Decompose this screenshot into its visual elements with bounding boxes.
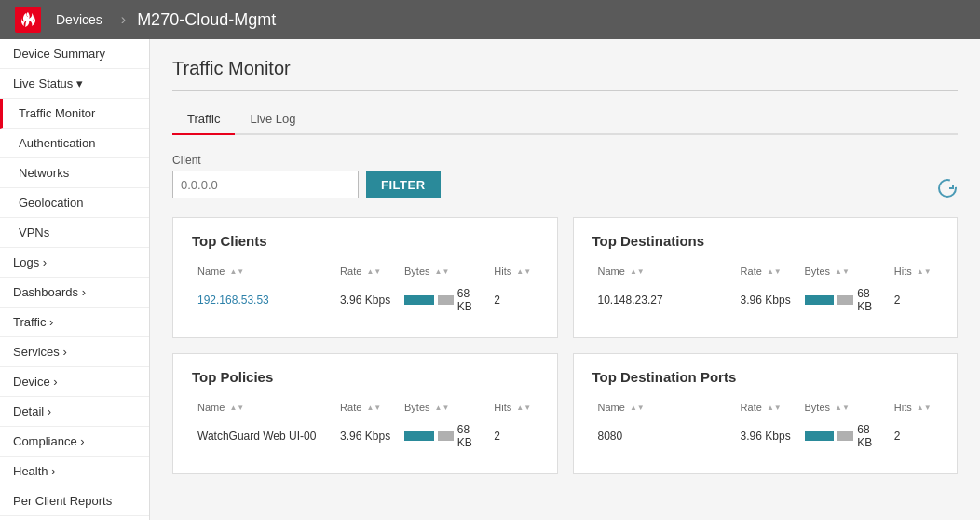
table-row: WatchGuard Web UI-00 3.96 Kbps 68 KB 2 <box>192 417 538 456</box>
cell-name: 8080 <box>592 417 735 456</box>
sidebar-item-vpns[interactable]: VPNs <box>0 218 149 248</box>
sort-arrows-rate[interactable]: ▲▼ <box>366 268 381 276</box>
sort-arrows-name[interactable]: ▲▼ <box>229 268 244 276</box>
th-bytes: Bytes ▲▼ <box>399 262 488 281</box>
app-logo[interactable] <box>15 7 41 33</box>
sidebar-item-services[interactable]: Services › <box>0 337 149 367</box>
th-bytes: Bytes ▲▼ <box>399 398 488 417</box>
table-row: 192.168.53.53 3.96 Kbps 68 KB 2 <box>192 281 538 320</box>
bar-teal <box>404 295 434 305</box>
client-filter-input[interactable] <box>172 171 359 198</box>
th-hits: Hits ▲▼ <box>488 398 538 417</box>
bar-teal <box>805 431 835 441</box>
cell-name: 10.148.23.27 <box>592 281 735 320</box>
sidebar-item-live-status[interactable]: Live Status ▾ <box>0 69 149 99</box>
th-bytes: Bytes ▲▼ <box>799 262 889 281</box>
cell-rate: 3.96 Kbps <box>735 417 799 456</box>
bar-gray <box>438 295 454 305</box>
cards-grid: Top Clients Name ▲▼ Rate ▲▼ Bytes ▲▼ Hit… <box>172 217 958 474</box>
tab-live-log[interactable]: Live Log <box>235 106 310 135</box>
th-rate: Rate ▲▼ <box>334 262 399 281</box>
refresh-button[interactable] <box>937 178 958 198</box>
fire-icon <box>19 10 37 29</box>
sidebar-item-traffic-monitor[interactable]: Traffic Monitor <box>0 99 149 129</box>
filter-button[interactable]: FILTER <box>366 171 441 198</box>
cell-bytes: 68 KB <box>399 281 488 320</box>
client-link[interactable]: 192.168.53.53 <box>197 294 269 307</box>
cell-rate: 3.96 Kbps <box>735 281 799 320</box>
page-title: Traffic Monitor <box>172 58 958 91</box>
cell-hits: 2 <box>488 417 538 456</box>
th-hits: Hits ▲▼ <box>488 262 538 281</box>
cell-name: 192.168.53.53 <box>192 281 334 320</box>
devices-label[interactable]: Devices <box>56 12 102 27</box>
cell-bytes: 68 KB <box>799 281 889 320</box>
bytes-bar: 68 KB <box>404 287 483 313</box>
refresh-icon <box>937 178 958 198</box>
sidebar-item-dashboards[interactable]: Dashboards › <box>0 278 149 308</box>
cell-rate: 3.96 Kbps <box>334 281 399 320</box>
tab-traffic[interactable]: Traffic <box>172 106 235 135</box>
th-hits: Hits ▲▼ <box>889 262 938 281</box>
sidebar-item-networks[interactable]: Networks <box>0 158 149 188</box>
card-top-clients-title: Top Clients <box>192 233 538 249</box>
table-row: 10.148.23.27 3.96 Kbps 68 KB 2 <box>592 281 939 320</box>
bar-gray <box>837 431 853 441</box>
app-header: Devices › M270-Cloud-Mgmt <box>0 0 980 39</box>
sidebar-item-per-client-reports[interactable]: Per Client Reports <box>0 486 149 516</box>
card-top-policies: Top Policies Name ▲▼ Rate ▲▼ Bytes ▲▼ Hi… <box>172 353 558 474</box>
table-row: 8080 3.96 Kbps 68 KB 2 <box>592 417 939 456</box>
main-layout: Device Summary Live Status ▾ Traffic Mon… <box>0 39 980 520</box>
cell-bytes: 68 KB <box>399 417 488 456</box>
th-name: Name ▲▼ <box>592 262 735 281</box>
bytes-bar: 68 KB <box>805 423 883 449</box>
device-name: M270-Cloud-Mgmt <box>137 10 276 30</box>
sidebar-item-detail[interactable]: Detail › <box>0 397 149 427</box>
th-name: Name ▲▼ <box>192 398 334 417</box>
sidebar-item-health[interactable]: Health › <box>0 457 149 486</box>
th-rate: Rate ▲▼ <box>735 398 799 417</box>
th-name: Name ▲▼ <box>192 262 334 281</box>
card-top-destinations: Top Destinations Name ▲▼ Rate ▲▼ Bytes ▲… <box>573 217 959 338</box>
sort-arrows-hits[interactable]: ▲▼ <box>516 268 531 276</box>
top-clients-table: Name ▲▼ Rate ▲▼ Bytes ▲▼ Hits ▲▼ 192.168… <box>192 262 538 319</box>
bar-gray <box>438 431 454 441</box>
sidebar-item-compliance[interactable]: Compliance › <box>0 427 149 457</box>
bar-teal <box>404 431 434 441</box>
sidebar: Device Summary Live Status ▾ Traffic Mon… <box>0 39 150 520</box>
sidebar-item-geolocation[interactable]: Geolocation <box>0 188 149 218</box>
sidebar-item-device[interactable]: Device › <box>0 367 149 397</box>
client-filter-label: Client <box>172 154 359 167</box>
cell-hits: 2 <box>889 417 938 456</box>
top-destination-ports-table: Name ▲▼ Rate ▲▼ Bytes ▲▼ Hits ▲▼ 8080 3.… <box>592 398 939 455</box>
cell-name: WatchGuard Web UI-00 <box>192 417 334 456</box>
card-top-policies-title: Top Policies <box>192 369 538 385</box>
card-top-destination-ports-title: Top Destination Ports <box>592 369 939 385</box>
bytes-bar: 68 KB <box>404 423 483 449</box>
top-policies-table: Name ▲▼ Rate ▲▼ Bytes ▲▼ Hits ▲▼ WatchGu… <box>192 398 538 455</box>
cell-rate: 3.96 Kbps <box>334 417 399 456</box>
card-top-destinations-title: Top Destinations <box>592 233 939 249</box>
client-filter-wrap: Client <box>172 154 359 198</box>
th-hits: Hits ▲▼ <box>889 398 938 417</box>
breadcrumb-separator: › <box>121 11 126 28</box>
sidebar-item-logs[interactable]: Logs › <box>0 248 149 278</box>
main-content: Traffic Monitor Traffic Live Log Client … <box>150 39 980 520</box>
th-name: Name ▲▼ <box>592 398 735 417</box>
sidebar-item-device-summary[interactable]: Device Summary <box>0 39 149 69</box>
card-top-destination-ports: Top Destination Ports Name ▲▼ Rate ▲▼ By… <box>573 353 959 474</box>
sort-arrows-bytes[interactable]: ▲▼ <box>435 268 450 276</box>
filter-bar: Client FILTER <box>172 154 958 198</box>
tab-bar: Traffic Live Log <box>172 106 958 135</box>
bar-teal <box>805 295 835 305</box>
cell-hits: 2 <box>889 281 938 320</box>
cell-bytes: 68 KB <box>799 417 889 456</box>
th-rate: Rate ▲▼ <box>735 262 799 281</box>
top-destinations-table: Name ▲▼ Rate ▲▼ Bytes ▲▼ Hits ▲▼ 10.148.… <box>592 262 939 319</box>
sidebar-item-traffic[interactable]: Traffic › <box>0 308 149 337</box>
bytes-bar: 68 KB <box>805 287 883 313</box>
th-rate: Rate ▲▼ <box>334 398 399 417</box>
cell-hits: 2 <box>488 281 538 320</box>
sidebar-item-authentication[interactable]: Authentication <box>0 129 149 158</box>
th-bytes: Bytes ▲▼ <box>799 398 889 417</box>
